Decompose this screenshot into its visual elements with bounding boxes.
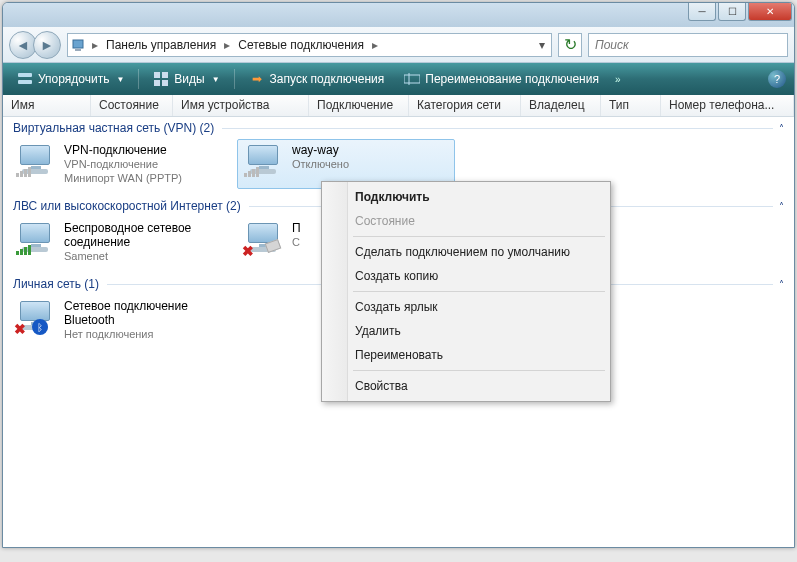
connection-item-wifi[interactable]: Беспроводное сетевое соединение Samenet — [9, 217, 227, 267]
nav-buttons: ◄ ► — [9, 31, 61, 59]
breadcrumb[interactable]: ▸ Панель управления ▸ Сетевые подключени… — [67, 33, 552, 57]
item-sub2: Нет подключения — [64, 327, 188, 341]
connection-icon — [14, 221, 58, 261]
ctx-connect[interactable]: Подключить — [325, 185, 607, 209]
item-sub2: Samenet — [64, 249, 191, 263]
toolbar: Упорядочить ▼ Виды ▼ ➡ Запуск подключени… — [3, 63, 794, 95]
location-icon — [68, 34, 90, 56]
connection-item-vpn[interactable]: VPN-подключение VPN-подключение Минипорт… — [9, 139, 227, 189]
breadcrumb-seg-1[interactable]: Панель управления — [100, 34, 222, 56]
collapse-icon[interactable]: ˄ — [779, 201, 784, 212]
col-type[interactable]: Тип — [601, 95, 661, 116]
chevron-right-icon: ▸ — [370, 38, 380, 52]
item-sub2: Минипорт WAN (PPTP) — [64, 171, 182, 185]
start-connection-label: Запуск подключения — [270, 72, 385, 86]
col-phone[interactable]: Номер телефона... — [661, 95, 794, 116]
forward-button[interactable]: ► — [33, 31, 61, 59]
chevron-down-icon: ▼ — [212, 75, 220, 84]
group-title: Личная сеть (1) — [13, 277, 99, 291]
minimize-button[interactable]: ─ — [688, 3, 716, 21]
context-menu-separator — [353, 370, 605, 371]
ctx-rename[interactable]: Переименовать — [325, 343, 607, 367]
views-label: Виды — [174, 72, 204, 86]
refresh-button[interactable]: ↻ — [558, 33, 582, 57]
chevron-down-icon[interactable]: ▾ — [533, 38, 551, 52]
breadcrumb-seg-2[interactable]: Сетевые подключения — [232, 34, 370, 56]
col-owner[interactable]: Владелец — [521, 95, 601, 116]
item-title: way-way — [292, 143, 349, 157]
ctx-copy[interactable]: Создать копию — [325, 264, 607, 288]
chevron-right-icon: ▸ — [222, 38, 232, 52]
svg-rect-6 — [154, 80, 160, 86]
item-sub1: соединение — [64, 235, 191, 249]
svg-rect-7 — [162, 80, 168, 86]
group-title: Виртуальная частная сеть (VPN) (2) — [13, 121, 214, 135]
svg-rect-1 — [75, 49, 81, 51]
search-input[interactable] — [588, 33, 788, 57]
col-connection[interactable]: Подключение — [309, 95, 409, 116]
context-menu-separator — [353, 236, 605, 237]
organize-label: Упорядочить — [38, 72, 109, 86]
svg-rect-3 — [18, 80, 32, 84]
explorer-window: ─ ☐ ✕ ◄ ► ▸ Панель управления ▸ Сетевые … — [2, 2, 795, 548]
svg-rect-4 — [154, 72, 160, 78]
connection-item-lan[interactable]: ✖ П С — [237, 217, 317, 267]
connection-item-bluetooth[interactable]: ✖ᛒ Сетевое подключение Bluetooth Нет под… — [9, 295, 227, 345]
collapse-icon[interactable]: ˄ — [779, 279, 784, 290]
rename-connection-label: Переименование подключения — [425, 72, 599, 86]
item-title: Беспроводное сетевое — [64, 221, 191, 235]
item-sub1: Bluetooth — [64, 313, 188, 327]
titlebar: ─ ☐ ✕ — [3, 3, 794, 27]
views-icon — [153, 71, 169, 87]
connection-icon — [242, 143, 286, 183]
chevron-right-icon: ▸ — [90, 38, 100, 52]
content-area: Виртуальная частная сеть (VPN) (2) ˄ VPN… — [3, 117, 794, 547]
svg-rect-0 — [73, 40, 83, 48]
col-category[interactable]: Категория сети — [409, 95, 521, 116]
item-sub1: Отключено — [292, 157, 349, 171]
ctx-status: Состояние — [325, 209, 607, 233]
ctx-delete[interactable]: Удалить — [325, 319, 607, 343]
connection-icon — [14, 143, 58, 183]
svg-rect-2 — [18, 73, 32, 77]
collapse-icon[interactable]: ˄ — [779, 123, 784, 134]
start-connection-button[interactable]: ➡ Запуск подключения — [241, 68, 393, 90]
maximize-button[interactable]: ☐ — [718, 3, 746, 21]
ctx-make-default[interactable]: Сделать подключением по умолчанию — [325, 240, 607, 264]
col-state[interactable]: Состояние — [91, 95, 173, 116]
nav-row: ◄ ► ▸ Панель управления ▸ Сетевые подклю… — [3, 27, 794, 63]
toolbar-separator — [234, 69, 235, 89]
arrow-right-icon: ➡ — [249, 71, 265, 87]
organize-icon — [17, 71, 33, 87]
col-device[interactable]: Имя устройства — [173, 95, 309, 116]
connection-icon: ✖ᛒ — [14, 299, 58, 339]
organize-button[interactable]: Упорядочить ▼ — [9, 68, 132, 90]
item-title: П — [292, 221, 301, 235]
svg-rect-8 — [404, 75, 420, 83]
ctx-shortcut[interactable]: Создать ярлык — [325, 295, 607, 319]
ctx-properties[interactable]: Свойства — [325, 374, 607, 398]
item-title: Сетевое подключение — [64, 299, 188, 313]
overflow-chevron-icon[interactable]: » — [615, 74, 621, 85]
views-button[interactable]: Виды ▼ — [145, 68, 227, 90]
help-button[interactable]: ? — [768, 70, 786, 88]
col-name[interactable]: Имя — [3, 95, 91, 116]
context-menu: Подключить Состояние Сделать подключение… — [321, 181, 611, 402]
item-sub1: С — [292, 235, 301, 249]
context-menu-separator — [353, 291, 605, 292]
rename-connection-button[interactable]: Переименование подключения — [396, 68, 607, 90]
column-headers: Имя Состояние Имя устройства Подключение… — [3, 95, 794, 117]
group-title: ЛВС или высокоскоростной Интернет (2) — [13, 199, 241, 213]
item-sub1: VPN-подключение — [64, 157, 182, 171]
item-title: VPN-подключение — [64, 143, 182, 157]
rename-icon — [404, 71, 420, 87]
group-header-vpn[interactable]: Виртуальная частная сеть (VPN) (2) ˄ — [3, 117, 794, 137]
toolbar-separator — [138, 69, 139, 89]
connection-icon: ✖ — [242, 221, 286, 261]
refresh-icon: ↻ — [564, 35, 577, 54]
chevron-down-icon: ▼ — [116, 75, 124, 84]
close-button[interactable]: ✕ — [748, 3, 792, 21]
svg-rect-5 — [162, 72, 168, 78]
